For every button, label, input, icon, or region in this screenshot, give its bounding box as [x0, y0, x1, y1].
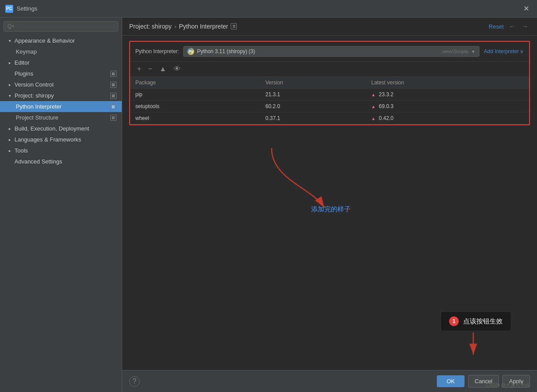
tooltip-text: 点该按钮生效	[463, 317, 503, 326]
chevron-right-icon: ▸	[9, 83, 11, 87]
sidebar-item-plugins[interactable]: ▸Plugins⊞	[0, 68, 122, 79]
forward-button[interactable]: →	[520, 22, 530, 31]
sidebar-item-project-structure[interactable]: Project Structure⊞	[0, 112, 122, 123]
help-button[interactable]: ?	[129, 376, 140, 387]
bottom-bar: ? OK Cancel Apply	[122, 370, 537, 392]
table-row[interactable]: setuptools 60.2.0 ▲ 69.0.3	[130, 101, 529, 113]
pkg-latest: ▲ 23.3.2	[366, 89, 529, 101]
package-table: Package Version Latest version pip 21.3.…	[130, 77, 529, 124]
sidebar-item-keymap[interactable]: Keymap	[0, 46, 122, 57]
breadcrumb-parent: Project: shiropy	[129, 23, 171, 30]
title-bar: PC Settings ✕	[0, 0, 537, 18]
tooltip-number: 1	[449, 316, 459, 326]
show-package-button[interactable]: 👁	[172, 64, 182, 74]
annotation-arrow-svg	[258, 144, 337, 214]
pkg-latest: ▲ 0.42.0	[366, 113, 529, 124]
sidebar-item-label: Keymap	[16, 48, 37, 55]
pkg-version: 60.2.0	[260, 101, 366, 113]
pkg-version: 0.37.1	[260, 113, 366, 124]
ok-button[interactable]: OK	[437, 375, 464, 387]
pkg-name: wheel	[130, 113, 260, 124]
pkg-latest-version: 0.42.0	[379, 115, 393, 121]
interpreter-dropdown[interactable]: Py Python 3.11 (shiropy) (3) .venv\Scrip…	[183, 46, 479, 57]
title-bar-left: PC Settings	[5, 5, 37, 13]
interpreter-panel: Python Interpreter: Py Python 3.11 (shir…	[129, 41, 530, 125]
header-actions: Reset ← →	[489, 22, 530, 31]
sidebar: ▾Appearance & BehaviorKeymap▸Editor▸Plug…	[0, 18, 122, 392]
table-row[interactable]: wheel 0.37.1 ▲ 0.42.0	[130, 113, 529, 124]
python-icon: Py	[187, 48, 194, 55]
interpreter-selector-row: Python Interpreter: Py Python 3.11 (shir…	[130, 42, 529, 62]
search-input[interactable]	[4, 21, 118, 32]
pkg-latest: ▲ 69.0.3	[366, 101, 529, 113]
interpreter-name: Python 3.11 (shiropy) (3)	[197, 48, 438, 54]
sidebar-item-version-control[interactable]: ▸Version Control⊞	[0, 79, 122, 90]
update-icon: ▲	[371, 104, 376, 109]
sidebar-item-tools[interactable]: ▸Tools	[0, 145, 122, 156]
sidebar-item-label: Project: shiropy	[15, 92, 54, 99]
sidebar-item-build-execution[interactable]: ▸Build, Execution, Deployment	[0, 123, 122, 134]
content-header: Project: shiropy › Python Interpreter ☰ …	[122, 18, 537, 36]
app-icon: PC	[5, 5, 13, 13]
col-package: Package	[130, 77, 260, 89]
reset-button[interactable]: Reset	[489, 23, 504, 30]
chevron-right-icon: ▸	[9, 61, 11, 65]
breadcrumb: Project: shiropy › Python Interpreter ☰	[129, 23, 237, 30]
sidebar-item-label: Plugins	[15, 70, 33, 77]
interpreter-path: .venv\Scripts	[441, 49, 468, 54]
interpreter-label: Python Interpreter:	[135, 48, 179, 54]
add-interpreter-label: Add Interpreter	[484, 48, 519, 54]
col-latest: Latest version	[366, 77, 529, 89]
sidebar-item-label: Build, Execution, Deployment	[15, 125, 89, 132]
chevron-down-icon: ▾	[9, 39, 11, 43]
watermark: CSDN @大家只为你	[486, 382, 530, 388]
sidebar-item-label: Appearance & Behavior	[15, 37, 75, 44]
chevron-down-icon: ▾	[9, 94, 11, 98]
update-icon: ▲	[371, 116, 376, 121]
update-icon: ▲	[371, 92, 376, 97]
window-icon: ⊞	[110, 93, 116, 99]
window-icon: ⊞	[110, 104, 116, 110]
bottom-left: ?	[129, 376, 140, 387]
pkg-latest-version: 23.3.2	[379, 91, 393, 98]
remove-package-button[interactable]: −	[146, 64, 154, 74]
sidebar-item-label: Tools	[15, 147, 28, 154]
sidebar-item-label: Python Interpreter	[16, 103, 62, 110]
window-icon: ⊞	[110, 115, 116, 121]
sidebar-item-python-interpreter[interactable]: Python Interpreter⊞	[0, 101, 122, 112]
add-interpreter-arrow-icon: ∨	[520, 48, 524, 54]
tooltip-arrow-svg	[460, 330, 486, 361]
breadcrumb-current: Python Interpreter	[179, 23, 228, 30]
add-package-button[interactable]: +	[135, 64, 143, 74]
pkg-latest-version: 69.0.3	[379, 103, 393, 109]
add-interpreter-button[interactable]: Add Interpreter ∨	[484, 48, 524, 54]
window-title: Settings	[17, 5, 37, 12]
sidebar-item-label: Editor	[15, 59, 29, 66]
tooltip-bubble: 1 点该按钮生效	[441, 312, 511, 330]
sidebar-item-languages-frameworks[interactable]: ▸Languages & Frameworks	[0, 134, 122, 145]
sidebar-item-label: Project Structure	[16, 114, 58, 121]
window-icon: ⊞	[110, 82, 116, 88]
back-button[interactable]: ←	[507, 22, 517, 31]
pkg-name: pip	[130, 89, 260, 101]
pkg-name: setuptools	[130, 101, 260, 113]
chevron-right-icon: ▸	[9, 138, 11, 142]
sidebar-item-editor[interactable]: ▸Editor	[0, 57, 122, 68]
annotation-text: 添加完的样子	[311, 205, 351, 214]
chevron-right-icon: ▸	[9, 149, 11, 153]
sidebar-item-appearance[interactable]: ▾Appearance & Behavior	[0, 35, 122, 46]
breadcrumb-icon: ☰	[231, 23, 237, 29]
annotation-area: 添加完的样子 1 点该按钮生效	[122, 131, 537, 370]
sidebar-item-project-shiropy[interactable]: ▾Project: shiropy⊞	[0, 90, 122, 101]
sidebar-item-label: Version Control	[15, 81, 54, 88]
breadcrumb-separator: ›	[174, 23, 176, 30]
up-package-button[interactable]: ▲	[158, 64, 168, 74]
sidebar-item-advanced-settings[interactable]: ▸Advanced Settings	[0, 156, 122, 167]
dropdown-arrow-icon: ▼	[471, 49, 475, 54]
chevron-right-icon: ▸	[9, 127, 11, 131]
sidebar-item-label: Advanced Settings	[15, 158, 62, 165]
close-button[interactable]: ✕	[521, 4, 532, 14]
package-toolbar: + − ▲ 👁	[130, 62, 529, 77]
sidebar-item-label: Languages & Frameworks	[15, 136, 81, 143]
table-row[interactable]: pip 21.3.1 ▲ 23.3.2	[130, 89, 529, 101]
